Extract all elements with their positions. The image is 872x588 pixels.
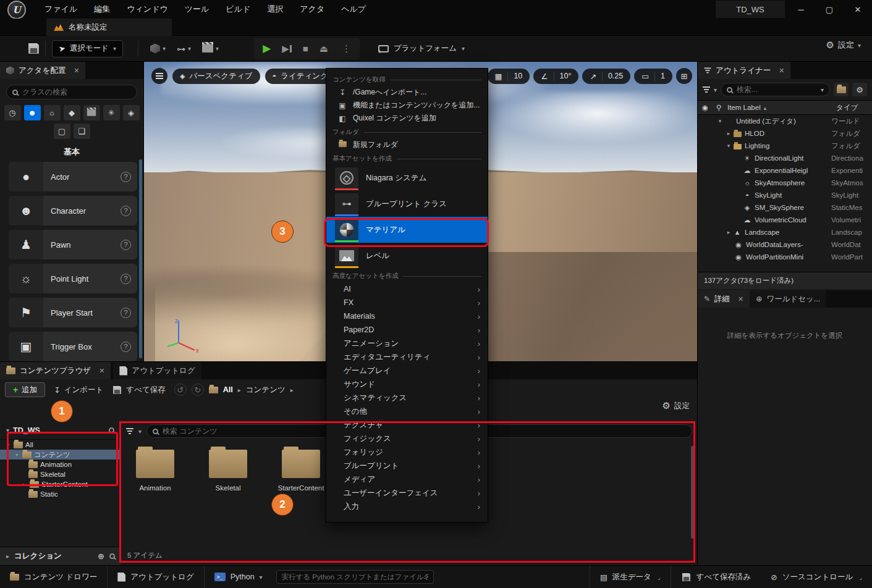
forward-button[interactable]: ↻ (192, 384, 204, 396)
menu-misc[interactable]: その他› (326, 405, 488, 418)
menu-edit[interactable]: 編集 (94, 4, 110, 15)
add-actor-dropdown[interactable]: + ▾ (150, 44, 166, 54)
blueprints-dropdown[interactable]: ⊶ ▾ (177, 44, 191, 54)
frame-skip-button[interactable]: ▶ (282, 45, 292, 52)
python-dropdown[interactable]: >_ Python ▾ (205, 566, 273, 588)
viewport-menu-button[interactable] (151, 68, 167, 84)
visibility-eye-icon[interactable]: ◉ (698, 103, 713, 112)
menu-new-folder[interactable]: 新規フォルダ (326, 138, 488, 151)
menu-level[interactable]: レベル (326, 243, 488, 269)
category-all-button[interactable]: ❏ (74, 124, 90, 139)
asset-folder-startercontent[interactable]: StarterContent (273, 450, 329, 492)
menu-help[interactable]: ヘルプ (341, 4, 366, 15)
outliner-search-input[interactable] (737, 85, 816, 94)
help-icon[interactable]: ? (121, 274, 131, 284)
menu-fx[interactable]: FX› (326, 296, 488, 309)
menu-media[interactable]: メディア› (326, 472, 488, 486)
category-geometry-button[interactable]: ◈ (123, 105, 140, 120)
minimize-button[interactable]: ─ (787, 0, 815, 19)
filter-icon[interactable] (126, 428, 133, 434)
menu-niagara-system[interactable]: ◇ Niagara システム (326, 165, 488, 191)
breadcrumb-content[interactable]: コンテンツ (246, 385, 286, 395)
tree-item-all[interactable]: ▾All (0, 440, 121, 450)
actor-item-pawn[interactable]: ♟ Pawn ? (9, 230, 137, 259)
play-options-button[interactable]: ⋮ (342, 43, 351, 54)
asset-folder-skeletal[interactable]: Skeletal (200, 450, 256, 492)
close-icon[interactable]: ✕ (779, 67, 784, 75)
toolbar-settings-dropdown[interactable]: ⚙ 設定 ▾ (826, 40, 861, 51)
play-button[interactable]: ▶ (263, 42, 271, 55)
outliner-row-landscape[interactable]: ▸▲ LandscapeLandscap (698, 226, 872, 238)
outliner-row-heightfog[interactable]: ☁ ExponentialHeiglExponenti (698, 164, 872, 177)
category-basic-button[interactable]: ☻ (24, 105, 41, 120)
filter-icon[interactable] (703, 86, 710, 93)
help-icon[interactable]: ? (121, 308, 131, 318)
outliner-row-skyatmosphere[interactable]: ☼ SkyAtmosphereSkyAtmos (698, 177, 872, 189)
import-button[interactable]: ↧ インポート (54, 385, 103, 395)
category-cinematic-button[interactable] (83, 105, 100, 120)
camera-speed-control[interactable]: ▭ 1 (634, 69, 672, 84)
menu-ui[interactable]: ユーザーインターフェイス› (326, 486, 488, 500)
outliner-tab[interactable]: アウトライナー ✕ (698, 62, 790, 79)
save-all-button[interactable]: すべて保存 (112, 385, 165, 395)
search-icon[interactable] (109, 427, 114, 433)
menu-physics[interactable]: フィジックス› (326, 432, 488, 445)
chevron-down-icon[interactable]: ▾ (714, 86, 717, 93)
actor-item-trigger-box[interactable]: ▣ Trigger Box ? (9, 332, 137, 361)
add-button[interactable]: + 追加 (5, 382, 45, 397)
back-button[interactable]: ↺ (174, 384, 187, 396)
new-folder-button[interactable] (834, 83, 849, 96)
menu-select[interactable]: 選択 (267, 4, 283, 15)
collections-bar[interactable]: ▸ コレクション ⊕ (0, 547, 121, 565)
output-log-button[interactable]: アウトプットログ (108, 566, 204, 588)
help-icon[interactable]: ? (121, 206, 131, 216)
content-drawer-button[interactable]: コンテンツ ドロワー (0, 566, 108, 588)
close-icon[interactable]: ✕ (74, 67, 79, 75)
actor-item-player-start[interactable]: ⚑ Player Start ? (9, 298, 137, 327)
tree-item-content[interactable]: ▾コンテンツ (0, 450, 121, 460)
content-browser-settings[interactable]: ⚙ 設定 (662, 400, 690, 411)
help-icon[interactable]: ? (121, 342, 131, 352)
outliner-row-skylight[interactable]: ◓ SkyLightSkyLight (698, 189, 872, 201)
add-collection-icon[interactable]: ⊕ (98, 552, 104, 561)
category-shapes-button[interactable]: ◆ (64, 105, 80, 120)
actor-item-actor[interactable]: ● Actor ? (9, 162, 137, 191)
outliner-row-worldpartition[interactable]: ◉ WorldPartitionMiniWorldPart (698, 251, 872, 263)
maximize-button[interactable]: ▢ (815, 0, 844, 19)
platforms-dropdown[interactable]: プラットフォーム ▾ (378, 43, 465, 54)
menu-add-feature-pack[interactable]: ▣ 機能またはコンテンツパックを追加... (326, 99, 488, 112)
menu-texture[interactable]: テクスチャ› (326, 418, 488, 432)
details-tab[interactable]: ✎ 詳細 ✕ (698, 290, 750, 308)
level-tab[interactable]: 名称未設定 (46, 19, 172, 36)
outliner-row-untitled[interactable]: ▾ Untitled (エディタ)ワールド (698, 115, 872, 127)
category-vfx-button[interactable]: ✳ (103, 105, 120, 120)
menu-gameplay[interactable]: ゲームプレイ› (326, 364, 488, 377)
save-level-icon[interactable] (28, 43, 39, 54)
chevron-down-icon[interactable]: ▾ (821, 86, 824, 93)
rotation-snap-control[interactable]: ∠ 10° (533, 69, 578, 84)
outliner-row-directionallight[interactable]: ☀ DirectionalLightDirectiona (698, 152, 872, 164)
world-settings-tab[interactable]: ⊕ ワールドセッ... (750, 290, 826, 308)
class-search-input[interactable] (22, 88, 131, 96)
asset-folder-animation[interactable]: Animation (127, 450, 183, 492)
menu-build[interactable]: ビルド (226, 4, 250, 15)
content-browser-tab[interactable]: コンテンツブラウザ ✕ (0, 362, 111, 379)
scrollbar[interactable] (691, 446, 695, 539)
menu-blueprint-class[interactable]: ⊶ ブループリント クラス (326, 191, 488, 217)
outliner-row-lighting[interactable]: ▾ Lightingフォルダ (698, 140, 872, 152)
stop-button[interactable]: ■ (303, 43, 308, 54)
menu-blueprint[interactable]: ブループリント› (326, 459, 488, 472)
menu-animation[interactable]: アニメーション› (326, 337, 488, 350)
pin-icon[interactable]: ⚲ (713, 103, 725, 112)
close-icon[interactable]: ✕ (99, 367, 104, 375)
menu-input[interactable]: 入力› (326, 500, 488, 513)
menu-actor[interactable]: アクタ (300, 4, 324, 15)
perspective-dropdown[interactable]: ◈ パースペクティブ (172, 69, 260, 84)
output-log-tab[interactable]: アウトプットログ (113, 362, 201, 379)
column-type[interactable]: タイプ (834, 103, 872, 112)
menu-editor-utility[interactable]: エディタユーティリティ› (326, 350, 488, 364)
search-icon[interactable] (109, 553, 115, 559)
outliner-row-skysphere[interactable]: ◈ SM_SkySphereStaticMes (698, 201, 872, 214)
menu-sound[interactable]: サウンド› (326, 377, 488, 391)
close-icon[interactable]: ✕ (738, 295, 743, 303)
